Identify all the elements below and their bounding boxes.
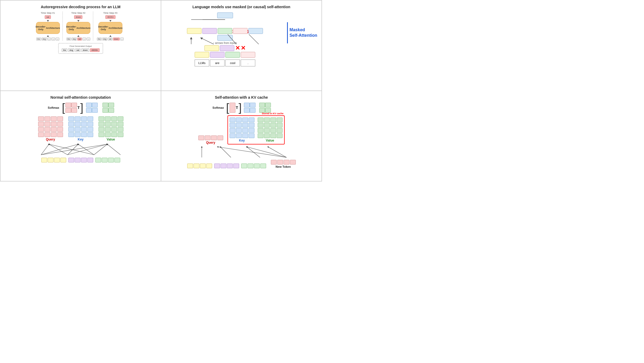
ts3-label: Time Step #3 xyxy=(103,12,117,14)
br-arrows-svg xyxy=(186,146,297,159)
bl-t-label: T xyxy=(77,106,80,110)
br-softmax-label: Softmax xyxy=(212,106,224,109)
ts2-tok5: ... xyxy=(87,38,90,40)
ts2-tok4: ... xyxy=(82,38,86,40)
br-kv-cache-label: Stored in KV cache xyxy=(262,112,283,115)
bl-query-label: Query xyxy=(46,138,55,141)
br-value-label: Value xyxy=(266,139,274,142)
ts1-tok4: ... xyxy=(51,38,55,40)
tr-row2-1 xyxy=(187,28,202,34)
svg-line-13 xyxy=(41,144,107,155)
top-right-quadrant: Language models use masked (or causal) s… xyxy=(161,0,322,91)
ts2-output: down xyxy=(74,15,82,19)
bl-title: Normal self-attention computation xyxy=(5,95,156,99)
br-t-label: T xyxy=(236,106,238,110)
tr-row2-4 xyxy=(233,28,248,34)
svg-line-18 xyxy=(78,144,94,155)
ts1-inputs: the dog ... ... ... xyxy=(36,38,59,40)
svg-line-27 xyxy=(247,147,260,157)
ts1-tok1: the xyxy=(36,38,41,40)
ts3-decoder: Decoder-OnlyArchitecture xyxy=(99,22,122,34)
ts2-arrow-down xyxy=(77,20,79,22)
svg-line-26 xyxy=(220,147,231,157)
bottom-left-quadrant: Normal self-attention computation Softma… xyxy=(0,91,161,181)
timestep-2: Time Step #2 down Decoder-OnlyArchitectu… xyxy=(65,12,93,40)
svg-line-20 xyxy=(107,144,120,155)
tl-content: Time Step #1 sat Decoder-OnlyArchitectur… xyxy=(5,12,156,54)
ts1-arrow-up xyxy=(47,35,49,37)
ts1-arrow-down xyxy=(47,20,49,22)
tr-low-1 xyxy=(195,52,209,58)
ts2-decoder: Decoder-OnlyArchitecture xyxy=(66,22,90,34)
ts3-tok2: dog xyxy=(102,38,108,40)
tr-low-4 xyxy=(241,52,255,58)
ts2-tok3: sat xyxy=(77,38,82,40)
svg-line-2 xyxy=(201,38,214,44)
ts3-arrow-up xyxy=(109,35,111,37)
masked-attention-diagram: ✕ ✕ xyxy=(166,12,284,66)
bl-key-label: Key xyxy=(78,138,83,141)
final-tok2: dog xyxy=(68,48,74,52)
ts3-tok4: down xyxy=(113,38,120,40)
final-output-box: Final Generated Output the dog sat down … xyxy=(58,43,103,54)
svg-line-19 xyxy=(94,144,107,155)
bl-softmax-label: Softmax xyxy=(48,106,59,109)
svg-line-24 xyxy=(268,147,287,157)
ts3-tok1: the xyxy=(97,38,102,40)
ts1-decoder: Decoder-OnlyArchitecture xyxy=(36,22,60,34)
final-tok4: down xyxy=(81,48,89,52)
final-tokens-row: the dog sat down <EOS> xyxy=(62,48,100,52)
ts2-inputs: the dog sat ... ... xyxy=(66,38,90,40)
br-key-label: Key xyxy=(239,139,245,142)
br-title: Self-attention with a KV cache xyxy=(166,95,317,99)
tr-row2-5 xyxy=(248,28,263,34)
ts1-tok3: ... xyxy=(47,38,51,40)
tr-word-dot: . xyxy=(241,60,255,66)
tr-word-cool: cool xyxy=(225,60,240,66)
top-left-quadrant: Autoregressive decoding process for an L… xyxy=(0,0,161,91)
ts1-output: sat xyxy=(45,15,51,19)
svg-line-11 xyxy=(41,144,49,155)
ts2-tok2: dog xyxy=(71,38,77,40)
bottom-right-quadrant: Self-attention with a KV cache Softmax [… xyxy=(161,91,322,181)
final-output-label: Final Generated Output xyxy=(70,45,92,47)
masked-label: MaskedSelf-Attention xyxy=(289,27,317,38)
final-tok3: sat xyxy=(75,48,81,52)
final-tok5: <EOS> xyxy=(90,48,100,52)
ts3-output: <EOS> xyxy=(105,15,115,19)
ts3-inputs: the dog sat down ... xyxy=(97,38,124,40)
ts3-arrow-down xyxy=(109,20,111,22)
svg-line-3 xyxy=(228,34,236,44)
svg-line-5 xyxy=(249,34,259,44)
ts3-tok3: sat xyxy=(108,38,112,40)
tr-row2-2 xyxy=(202,28,217,34)
tr-word-are: are xyxy=(210,60,225,66)
timestep-1: Time Step #1 sat Decoder-OnlyArchitectur… xyxy=(35,12,63,40)
timesteps-row: Time Step #1 sat Decoder-OnlyArchitectur… xyxy=(35,12,127,40)
br-new-token-label: New Token xyxy=(276,165,291,168)
bl-crossing-arrows xyxy=(33,143,128,156)
tr-row2-3 xyxy=(218,28,232,34)
bl-value-label: Value xyxy=(107,138,115,141)
ts3-tok5: ... xyxy=(120,38,124,40)
svg-line-22 xyxy=(218,147,287,157)
tl-title: Autoregressive decoding process for an L… xyxy=(5,5,156,9)
svg-line-12 xyxy=(41,144,78,155)
ts2-label: Time Step #2 xyxy=(71,12,85,14)
tr-output-row xyxy=(217,12,233,18)
ts1-label: Time Step #1 xyxy=(41,12,55,14)
tr-word-llms: LLMs xyxy=(195,60,209,66)
tr-low-2 xyxy=(210,52,225,58)
br-query-label: Query xyxy=(206,141,215,144)
tr-low-3 xyxy=(225,52,240,58)
tr-title: Language models use masked (or causal) s… xyxy=(166,5,317,9)
ts1-tok5: ... xyxy=(56,38,59,40)
tr-output-cell xyxy=(217,12,233,18)
timestep-3: Time Step #3 <EOS> Decoder-OnlyArchitect… xyxy=(96,12,126,40)
ts2-tok1: the xyxy=(66,38,71,40)
main-grid: Autoregressive decoding process for an L… xyxy=(0,0,322,182)
final-tok1: the xyxy=(62,48,67,52)
ts1-tok2: dog xyxy=(42,38,47,40)
ts2-arrow-up xyxy=(77,35,79,37)
